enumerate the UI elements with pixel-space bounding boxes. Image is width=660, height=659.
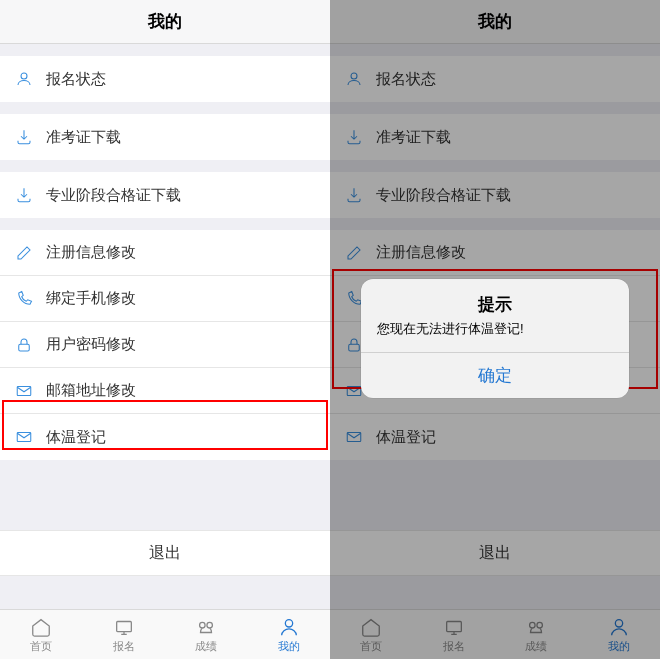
tab-label: 我的 [278,639,300,654]
menu-admission-ticket-download[interactable]: 准考证下载 [0,114,330,160]
phone-icon [14,289,34,309]
menu-registration-status[interactable]: 报名状态 [0,56,330,102]
menu-edit-phone[interactable]: 绑定手机修改 [0,276,330,322]
screen-left: 我的 报名状态 准考证下载 专业阶段合格证下载 [0,0,330,659]
tab-score[interactable]: 成绩 [165,610,248,659]
menu-label: 体温登记 [46,428,106,447]
menu-label: 用户密码修改 [46,335,136,354]
menu-label: 报名状态 [46,70,106,89]
menu-temperature-register[interactable]: 体温登记 [0,414,330,460]
menu-label: 邮箱地址修改 [46,381,136,400]
menu-edit-email[interactable]: 邮箱地址修改 [0,368,330,414]
menu-group-2: 准考证下载 [0,114,330,160]
alert-message: 您现在无法进行体温登记! [361,320,629,352]
menu-edit-registration[interactable]: 注册信息修改 [0,230,330,276]
spacer [0,160,330,172]
signup-icon [113,616,135,638]
svg-rect-3 [17,433,31,442]
menu-edit-password[interactable]: 用户密码修改 [0,322,330,368]
logout-button[interactable]: 退出 [0,530,330,576]
svg-rect-4 [116,621,131,631]
screen-right: 我的 报名状态 准考证下载 专业阶段合格证下载 [330,0,660,659]
menu-group-1: 报名状态 [0,56,330,102]
menu-label: 专业阶段合格证下载 [46,186,181,205]
home-icon [30,616,52,638]
menu-label: 准考证下载 [46,128,121,147]
spacer [0,102,330,114]
svg-rect-1 [19,344,30,351]
alert-title: 提示 [361,279,629,320]
page-title: 我的 [0,0,330,44]
menu-certificate-download[interactable]: 专业阶段合格证下载 [0,172,330,218]
menu-label: 绑定手机修改 [46,289,136,308]
download-icon [14,185,34,205]
tab-mine[interactable]: 我的 [248,610,331,659]
svg-point-6 [207,622,213,628]
alert-confirm-button[interactable]: 确定 [361,352,629,398]
score-icon [195,616,217,638]
tab-label: 成绩 [195,639,217,654]
tab-signup[interactable]: 报名 [83,610,166,659]
person-icon [278,616,300,638]
svg-point-7 [285,619,292,626]
alert-dialog: 提示 您现在无法进行体温登记! 确定 [361,279,629,398]
lock-icon [14,335,34,355]
tab-home[interactable]: 首页 [0,610,83,659]
download-icon [14,127,34,147]
menu-label: 注册信息修改 [46,243,136,262]
menu-group-3: 专业阶段合格证下载 [0,172,330,218]
svg-rect-2 [17,386,31,395]
spacer [0,576,330,609]
spacer [0,44,330,56]
tab-bar: 首页 报名 成绩 我的 [0,609,330,659]
svg-point-5 [200,622,206,628]
mail-icon [14,427,34,447]
spacer [0,218,330,230]
edit-icon [14,243,34,263]
user-icon [14,69,34,89]
menu-group-4: 注册信息修改 绑定手机修改 用户密码修改 邮箱地址修改 体温登记 [0,230,330,460]
tab-label: 报名 [113,639,135,654]
tab-label: 首页 [30,639,52,654]
svg-point-0 [21,73,27,79]
mail-icon [14,381,34,401]
